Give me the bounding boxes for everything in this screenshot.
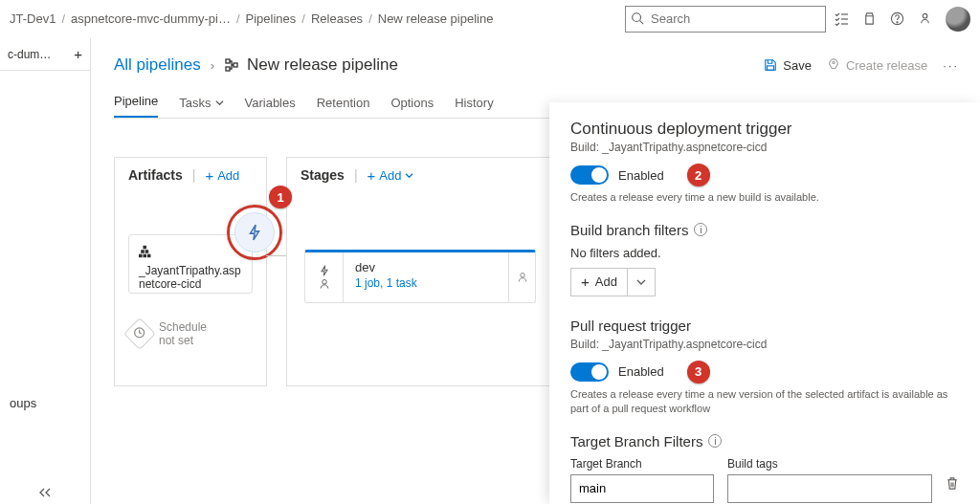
build-icon bbox=[139, 245, 242, 260]
stages-panel: Stages | + Add dev 1 job, 1 task bbox=[286, 157, 554, 386]
save-button[interactable]: Save bbox=[764, 58, 812, 73]
prt-description: Creates a release every time a new versi… bbox=[570, 387, 959, 416]
save-icon bbox=[764, 58, 777, 72]
target-branch-input[interactable] bbox=[570, 474, 714, 503]
nav-project-tab[interactable]: c-dum… + bbox=[0, 38, 90, 71]
svg-point-20 bbox=[322, 280, 326, 285]
tbf-title: Target Branch Filters bbox=[570, 433, 702, 449]
all-pipelines-link[interactable]: All pipelines bbox=[114, 55, 201, 75]
tab-variables[interactable]: Variables bbox=[245, 96, 296, 118]
svg-rect-8 bbox=[226, 59, 230, 63]
crumb-pipelines[interactable]: Pipelines bbox=[246, 11, 297, 26]
schedule-status: not set bbox=[159, 334, 207, 347]
clock-icon bbox=[123, 318, 156, 350]
release-icon bbox=[224, 57, 239, 73]
marketplace-icon[interactable] bbox=[862, 11, 877, 26]
post-deploy-conditions[interactable] bbox=[508, 252, 535, 302]
build-tags-input[interactable] bbox=[727, 474, 932, 503]
left-nav: c-dum… + oups bbox=[0, 38, 91, 504]
nav-collapse-button[interactable] bbox=[0, 487, 90, 498]
cdt-title: Continuous deployment trigger bbox=[570, 120, 959, 139]
artifact-card[interactable]: _JayantTripathy.aspnetcore-cicd bbox=[128, 234, 253, 294]
person-icon bbox=[319, 278, 330, 290]
nav-item-groups[interactable]: oups bbox=[0, 386, 90, 419]
artifacts-header: Artifacts bbox=[128, 167, 183, 183]
svg-rect-10 bbox=[234, 63, 237, 67]
svg-point-6 bbox=[897, 22, 898, 23]
build-tags-label: Build tags bbox=[727, 457, 932, 471]
artifact-name: _JayantTripathy.aspnetcore-cicd bbox=[139, 264, 242, 291]
rocket-icon bbox=[827, 58, 840, 72]
schedule-label: Schedule bbox=[159, 320, 207, 334]
cdt-enabled-label: Enabled bbox=[618, 168, 664, 183]
svg-rect-13 bbox=[139, 254, 143, 258]
prt-build-label: Build: _JayantTripathy.aspnetcore-cicd bbox=[570, 338, 959, 351]
search-input[interactable] bbox=[625, 6, 826, 33]
callout-2: 2 bbox=[687, 164, 710, 186]
person-icon bbox=[517, 272, 528, 283]
more-menu[interactable]: ··· bbox=[943, 58, 959, 73]
svg-point-21 bbox=[520, 274, 524, 278]
svg-point-7 bbox=[923, 13, 927, 18]
cd-trigger-panel: Continuous deployment trigger Build: _Ja… bbox=[549, 102, 980, 504]
svg-rect-17 bbox=[145, 250, 149, 253]
cdt-description: Creates a release every time a new build… bbox=[570, 190, 959, 205]
search-icon bbox=[631, 11, 644, 25]
svg-rect-11 bbox=[768, 66, 774, 70]
prt-enabled-toggle[interactable] bbox=[570, 362, 609, 382]
lightning-icon bbox=[246, 224, 263, 241]
lightning-icon bbox=[319, 265, 330, 276]
pre-deploy-conditions[interactable] bbox=[305, 252, 344, 302]
bbf-add-button[interactable]: +Add bbox=[570, 268, 656, 296]
help-icon[interactable] bbox=[890, 11, 904, 26]
info-icon[interactable]: i bbox=[694, 223, 707, 236]
cdt-enabled-toggle[interactable] bbox=[570, 165, 609, 185]
callout-3: 3 bbox=[687, 361, 710, 383]
tab-history[interactable]: History bbox=[455, 96, 493, 118]
tab-options[interactable]: Options bbox=[390, 96, 434, 118]
add-stage-button[interactable]: + Add bbox=[368, 168, 414, 183]
breadcrumb: JT-Dev1 / aspnetcore-mvc-dummy-pi… / Pip… bbox=[10, 11, 617, 26]
svg-rect-16 bbox=[141, 250, 145, 253]
chevron-down-icon bbox=[405, 171, 413, 180]
crumb-repo[interactable]: aspnetcore-mvc-dummy-pi… bbox=[71, 11, 231, 26]
svg-point-0 bbox=[633, 12, 641, 21]
prt-title: Pull request trigger bbox=[570, 318, 691, 334]
chevron-right-icon: › bbox=[211, 58, 214, 73]
svg-point-12 bbox=[833, 61, 835, 63]
plus-icon: + bbox=[368, 168, 376, 183]
tab-retention[interactable]: Retention bbox=[317, 96, 370, 118]
pipeline-title[interactable]: New release pipeline bbox=[224, 55, 398, 75]
plus-icon: + bbox=[205, 168, 213, 183]
stages-header: Stages bbox=[301, 167, 345, 183]
cdt-build-label: Build: _JayantTripathy.aspnetcore-cicd bbox=[570, 141, 959, 154]
plus-icon[interactable]: + bbox=[74, 47, 82, 61]
create-release-button: Create release bbox=[827, 58, 927, 73]
crumb-releases[interactable]: Releases bbox=[311, 11, 363, 26]
settings-icon[interactable] bbox=[918, 11, 932, 26]
info-icon[interactable]: i bbox=[708, 434, 722, 448]
bbf-title: Build branch filters bbox=[570, 222, 688, 238]
crumb-project[interactable]: JT-Dev1 bbox=[10, 11, 56, 26]
chevron-down-icon bbox=[636, 277, 646, 287]
bbf-empty-text: No filters added. bbox=[570, 246, 959, 260]
schedule-button[interactable]: Schedule not set bbox=[128, 320, 253, 347]
add-artifact-button[interactable]: +Add bbox=[205, 168, 239, 183]
stage-jobs-link[interactable]: 1 job, 1 task bbox=[355, 276, 497, 290]
delete-filter-button[interactable] bbox=[946, 476, 959, 493]
svg-rect-18 bbox=[143, 246, 146, 250]
bbf-add-dropdown[interactable] bbox=[628, 269, 655, 296]
crumb-current: New release pipeline bbox=[378, 11, 494, 26]
tab-tasks[interactable]: Tasks bbox=[179, 96, 223, 118]
svg-rect-14 bbox=[143, 254, 146, 258]
svg-rect-9 bbox=[226, 67, 230, 71]
artifacts-panel: Artifacts | +Add _JayantTripathy.aspnetc… bbox=[114, 157, 267, 386]
tasks-icon[interactable] bbox=[834, 11, 849, 27]
svg-rect-15 bbox=[147, 254, 151, 258]
stage-card[interactable]: dev 1 job, 1 task bbox=[304, 250, 536, 303]
target-branch-label: Target Branch bbox=[570, 457, 714, 471]
avatar[interactable] bbox=[946, 7, 970, 32]
stage-name: dev bbox=[355, 260, 497, 274]
tab-pipeline[interactable]: Pipeline bbox=[114, 94, 158, 118]
cd-trigger-button[interactable] bbox=[234, 212, 275, 252]
